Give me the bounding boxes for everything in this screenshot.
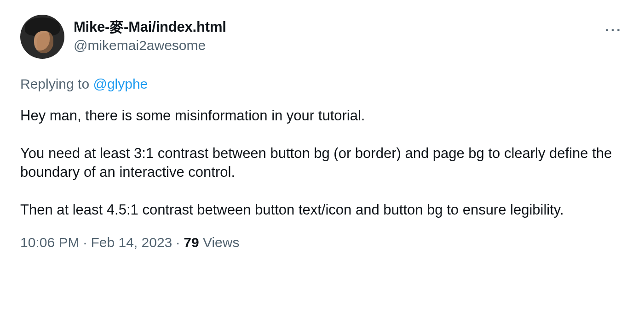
tweet-date[interactable]: Feb 14, 2023 [91, 235, 172, 250]
replying-to: Replying to @glyphe [20, 76, 626, 92]
more-icon: ··· [605, 23, 622, 37]
views-label: Views [199, 235, 240, 250]
tweet-time[interactable]: 10:06 PM [20, 235, 79, 250]
views-count[interactable]: 79 [184, 235, 199, 250]
replying-to-prefix: Replying to [20, 76, 93, 91]
more-button[interactable]: ··· [604, 20, 624, 40]
author-block: Mike-麥-Mai/index.html @mikemai2awesome [74, 15, 226, 53]
tweet-meta: 10:06 PM · Feb 14, 2023 · 79 Views [20, 235, 626, 250]
tweet: Mike-麥-Mai/index.html @mikemai2awesome ·… [0, 0, 644, 262]
avatar-glasses [36, 36, 52, 42]
meta-sep: · [79, 235, 91, 250]
author-display-name[interactable]: Mike-麥-Mai/index.html [74, 17, 226, 37]
author-handle[interactable]: @mikemai2awesome [74, 38, 226, 53]
reply-mention[interactable]: @glyphe [93, 76, 148, 91]
meta-sep: · [172, 235, 184, 250]
avatar[interactable] [20, 15, 64, 59]
tweet-text: Hey man, there is some misinformation in… [20, 107, 626, 219]
tweet-header: Mike-麥-Mai/index.html @mikemai2awesome [20, 15, 626, 59]
